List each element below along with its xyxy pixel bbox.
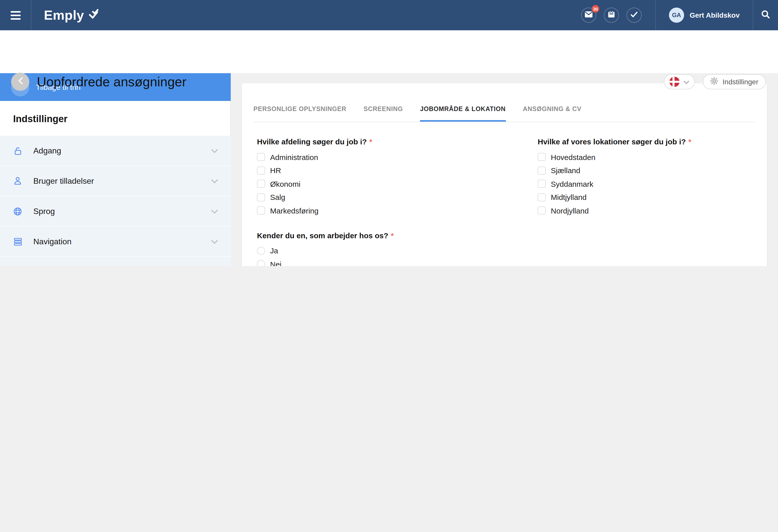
lock-icon (13, 146, 22, 155)
checkbox-option-nordjylland[interactable]: Nordjylland (538, 204, 752, 217)
checkbox-option-hr[interactable]: HR (257, 164, 538, 177)
settings-button-label: Indstillinger (722, 78, 758, 86)
navbar-right: 30 (581, 0, 778, 30)
globe-icon (13, 207, 22, 216)
user-name: Gert Abildskov (690, 11, 740, 19)
checkbox (538, 153, 546, 161)
mail-icon (585, 11, 593, 20)
settings-button[interactable]: Indstillinger (703, 74, 766, 89)
sidebar-item-label: Adgang (33, 146, 61, 155)
logo-mark-icon (88, 9, 98, 21)
calendar-icon (607, 10, 615, 20)
messages-button[interactable]: 30 (581, 8, 596, 23)
logo-text: Emply (44, 7, 84, 23)
sidebar-item-adgang[interactable]: Adgang (0, 136, 231, 166)
required-asterisk: * (369, 137, 372, 146)
sidebar-item-label: Navigation (33, 237, 71, 246)
tab-ansoegning-cv[interactable]: ANSØGNING & CV (523, 105, 581, 122)
checkbox-option-hovedstaden[interactable]: Hovedstaden (538, 151, 752, 164)
search-button[interactable] (753, 0, 778, 30)
checkbox-option-administration[interactable]: Administration (257, 151, 538, 164)
search-icon (761, 10, 770, 20)
chevron-down-icon (684, 77, 689, 86)
calendar-button[interactable] (604, 8, 619, 23)
settings-accordion: Adgang Bruger tilladelser (0, 136, 231, 266)
checkbox-option-sjaelland[interactable]: Sjælland (538, 164, 752, 177)
tab-personlige-oplysninger[interactable]: PERSONLIGE OPLYSNINGER (253, 105, 346, 122)
rows-icon (13, 237, 22, 246)
question-label: Hvilke af vores lokationer søger du job … (538, 137, 752, 146)
required-asterisk: * (688, 137, 691, 146)
tasks-button[interactable] (627, 8, 642, 23)
page-header: Uopfordrede ansøgninger (0, 30, 778, 73)
radio-option-ja[interactable]: Ja (257, 244, 752, 257)
radio-button (257, 247, 265, 255)
page-back-button[interactable] (11, 73, 29, 91)
emply-logo[interactable]: Emply (44, 7, 98, 23)
avatar: GA (669, 8, 684, 23)
checkbox (257, 207, 265, 215)
sidebar-item-navigation[interactable]: Navigation (0, 227, 231, 257)
question-referral: Kender du en, som arbejder hos os?* Ja N… (257, 231, 752, 266)
question-label: Kender du en, som arbejder hos os?* (257, 231, 752, 240)
checkbox-option-syddanmark[interactable]: Syddanmark (538, 177, 752, 190)
checkbox-option-markedsfoering[interactable]: Markedsføring (257, 204, 538, 217)
checkbox (257, 167, 265, 175)
question-label: Hvilke afdeling søger du job i?* (257, 137, 538, 146)
chevron-down-icon (211, 176, 218, 185)
top-navbar: Emply 30 (0, 0, 778, 30)
navbar-icon-group: 30 (581, 8, 655, 23)
chevron-down-icon (211, 207, 218, 216)
form-preview-card: PERSONLIGE OPLYSNINGER SCREENING JOBOMRÅ… (242, 83, 767, 266)
chevron-down-icon (211, 237, 218, 246)
tab-screening[interactable]: SCREENING (364, 105, 403, 122)
checkbox-option-midtjylland[interactable]: Midtjylland (538, 190, 752, 204)
tab-jobomraade-lokation[interactable]: JOBOMRÅDE & LOKATION (420, 105, 505, 122)
checkbox (257, 153, 265, 161)
language-selector[interactable] (664, 74, 695, 89)
chevron-down-icon (211, 146, 218, 155)
radio-option-nej[interactable]: Nej (257, 257, 752, 266)
sidebar-item-label: Sprog (33, 207, 55, 216)
sidebar-heading: Indstillinger (13, 113, 67, 125)
checkbox (257, 193, 265, 201)
checkbox (538, 207, 546, 215)
checkbox (538, 180, 546, 188)
header-actions: Indstillinger (664, 74, 766, 89)
question-department: Hvilke afdeling søger du job i?* Adminis… (257, 137, 538, 217)
checkbox (257, 180, 265, 188)
checkbox-option-oekonomi[interactable]: Økonomi (257, 177, 538, 190)
user-menu[interactable]: GA Gert Abildskov (656, 0, 753, 30)
required-asterisk: * (391, 231, 394, 240)
sidebar-item-vis-parametre[interactable]: Vis parametre (0, 257, 231, 266)
sidebar-item-label: Bruger tilladelser (33, 176, 94, 185)
form-body: Hvilke afdeling søger du job i?* Adminis… (257, 137, 752, 266)
app-root: Emply 30 (0, 0, 778, 266)
checkmark-icon (631, 11, 638, 20)
sidebar-item-sprog[interactable]: Sprog (0, 196, 231, 227)
hamburger-menu-button[interactable] (0, 0, 31, 30)
unread-count-badge: 30 (592, 5, 599, 13)
sidebar-item-bruger-tilladelser[interactable]: Bruger tilladelser (0, 166, 231, 196)
question-location: Hvilke af vores lokationer søger du job … (538, 137, 752, 217)
chevron-left-icon (17, 77, 23, 87)
page-title: Uopfordrede ansøgninger (37, 61, 186, 103)
checkbox (538, 193, 546, 201)
danish-flag-icon (670, 77, 680, 87)
checkbox (538, 167, 546, 175)
radio-button (257, 260, 265, 266)
checkbox-option-salg[interactable]: Salg (257, 190, 538, 204)
gear-icon (710, 77, 718, 86)
user-icon (13, 176, 22, 185)
